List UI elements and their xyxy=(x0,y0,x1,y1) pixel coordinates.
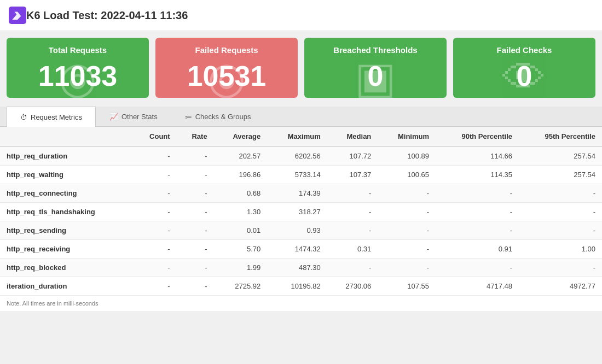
metric-value-cell: 4717.48 xyxy=(436,277,519,296)
metric-name-cell: http_req_connecting xyxy=(0,184,132,203)
tab-label-other-stats: Other Stats xyxy=(121,113,158,121)
metric-value-cell: 5.70 xyxy=(214,240,268,259)
tab-other-stats[interactable]: 📈Other Stats xyxy=(96,107,171,126)
metric-value-cell: - xyxy=(177,240,214,259)
metric-value-cell: - xyxy=(327,259,378,277)
metric-name-cell: http_req_tls_handshaking xyxy=(0,203,132,221)
stat-icon-breached-thresholds: ▣ xyxy=(355,52,396,98)
metric-value-cell: - xyxy=(378,221,436,240)
metric-value-cell: 100.89 xyxy=(378,146,436,166)
metric-value-cell: 5733.14 xyxy=(267,166,327,184)
metric-value-cell: 107.55 xyxy=(378,277,436,296)
metric-value-cell: - xyxy=(132,240,176,259)
metric-value-cell: 1474.32 xyxy=(267,240,327,259)
metric-value-cell: - xyxy=(519,203,602,221)
stat-icon-failed-checks: 👁 xyxy=(502,53,546,98)
metric-name-cell: http_req_waiting xyxy=(0,166,132,184)
k6-logo-icon xyxy=(9,7,26,24)
tab-request-metrics[interactable]: ⏱Request Metrics xyxy=(7,107,96,127)
metric-value-cell: - xyxy=(177,166,214,184)
metric-value-cell: - xyxy=(519,221,602,240)
metric-value-cell: - xyxy=(132,259,176,277)
metric-value-cell: - xyxy=(177,277,214,296)
table-column-header: Rate xyxy=(177,127,214,146)
metric-name-cell: http_req_sending xyxy=(0,221,132,240)
metric-value-cell: 257.54 xyxy=(519,166,602,184)
metric-value-cell: 318.27 xyxy=(267,203,327,221)
metric-value-cell: - xyxy=(177,221,214,240)
metric-value-cell: 114.35 xyxy=(436,166,519,184)
metric-name-cell: iteration_duration xyxy=(0,277,132,296)
metric-value-cell: 107.37 xyxy=(327,166,378,184)
metric-value-cell: - xyxy=(436,221,519,240)
metric-value-cell: - xyxy=(519,184,602,203)
metric-value-cell: - xyxy=(132,184,176,203)
page-title: K6 Load Test: 2022-04-11 11:36 xyxy=(26,9,188,22)
stat-card-failed-requests: Failed Requests 10531 ◎ xyxy=(155,38,298,98)
table-column-header: Count xyxy=(132,127,176,146)
metric-name-cell: http_req_receiving xyxy=(0,240,132,259)
metric-value-cell: - xyxy=(436,184,519,203)
metric-value-cell: 100.65 xyxy=(378,166,436,184)
metric-value-cell: - xyxy=(132,203,176,221)
tab-icon-other-stats: 📈 xyxy=(109,113,118,121)
metric-value-cell: - xyxy=(132,166,176,184)
note: Note. All times are in milli-seconds xyxy=(0,296,602,311)
logo xyxy=(9,7,26,24)
metric-value-cell: - xyxy=(378,240,436,259)
metric-value-cell: - xyxy=(378,184,436,203)
table-row: http_req_receiving--5.701474.320.31-0.91… xyxy=(0,240,602,259)
metric-value-cell: 10195.82 xyxy=(267,277,327,296)
metric-value-cell: 487.30 xyxy=(267,259,327,277)
metric-value-cell: 1.30 xyxy=(214,203,268,221)
table-column-header: 90th Percentile xyxy=(436,127,519,146)
metric-value-cell: 257.54 xyxy=(519,146,602,166)
metric-value-cell: 114.66 xyxy=(436,146,519,166)
metric-value-cell: - xyxy=(378,259,436,277)
metric-value-cell: - xyxy=(132,221,176,240)
table-row: http_req_connecting--0.68174.39---- xyxy=(0,184,602,203)
metric-value-cell: 0.91 xyxy=(436,240,519,259)
table-row: http_req_waiting--196.865733.14107.37100… xyxy=(0,166,602,184)
tab-label-checks-groups: Checks & Groups xyxy=(195,113,251,121)
table-row: iteration_duration--2725.9210195.822730.… xyxy=(0,277,602,296)
metric-value-cell: 0.68 xyxy=(214,184,268,203)
metric-value-cell: 196.86 xyxy=(214,166,268,184)
metric-value-cell: - xyxy=(177,184,214,203)
metric-value-cell: - xyxy=(436,259,519,277)
metrics-table: CountRateAverageMaximumMedianMinimum90th… xyxy=(0,127,602,296)
metric-value-cell: - xyxy=(132,277,176,296)
metric-value-cell: - xyxy=(177,203,214,221)
table-column-header: Average xyxy=(214,127,268,146)
table-row: http_req_tls_handshaking--1.30318.27---- xyxy=(0,203,602,221)
stat-card-breached-thresholds: Breached Thresholds 0 ▣ xyxy=(304,38,447,98)
metric-value-cell: - xyxy=(327,203,378,221)
metric-value-cell: - xyxy=(327,184,378,203)
tab-checks-groups[interactable]: ≔Checks & Groups xyxy=(171,107,265,126)
header: K6 Load Test: 2022-04-11 11:36 xyxy=(0,0,602,31)
metric-value-cell: 0.93 xyxy=(267,221,327,240)
metric-value-cell: 6202.56 xyxy=(267,146,327,166)
table-row: http_req_sending--0.010.93---- xyxy=(0,221,602,240)
table-row: http_req_blocked--1.99487.30---- xyxy=(0,259,602,277)
tabs: ⏱Request Metrics📈Other Stats≔Checks & Gr… xyxy=(0,107,602,127)
metric-value-cell: - xyxy=(436,203,519,221)
table-column-header: 95th Percentile xyxy=(519,127,602,146)
table-container: CountRateAverageMaximumMedianMinimum90th… xyxy=(0,127,602,296)
table-column-header: Maximum xyxy=(267,127,327,146)
table-column-header: Median xyxy=(327,127,378,146)
metric-value-cell: 1.99 xyxy=(214,259,268,277)
metric-value-cell: - xyxy=(378,203,436,221)
table-column-header: Minimum xyxy=(378,127,436,146)
stats-row: Total Requests 11033 ◎ Failed Requests 1… xyxy=(0,31,602,104)
table-column-header xyxy=(0,127,132,146)
stat-icon-failed-requests: ◎ xyxy=(207,52,246,98)
metric-value-cell: - xyxy=(177,259,214,277)
metric-value-cell: 0.31 xyxy=(327,240,378,259)
metric-value-cell: 2730.06 xyxy=(327,277,378,296)
metric-value-cell: 4972.77 xyxy=(519,277,602,296)
metric-value-cell: - xyxy=(519,259,602,277)
stat-card-total-requests: Total Requests 11033 ◎ xyxy=(7,38,149,98)
metric-name-cell: http_req_duration xyxy=(0,146,132,166)
stat-card-failed-checks: Failed Checks 0 👁 xyxy=(453,38,595,98)
